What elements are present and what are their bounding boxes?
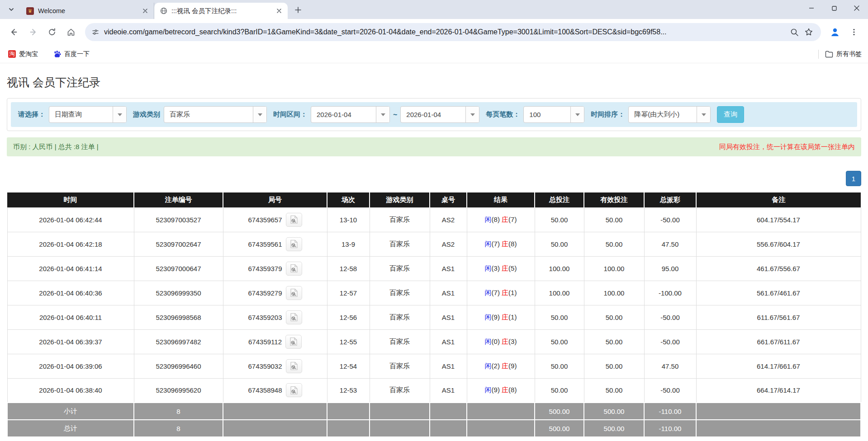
all-bookmarks[interactable]: 所有书签: [818, 50, 862, 59]
result-player-score: (9): [492, 313, 500, 321]
date-end-value: 2026-01-04: [401, 107, 446, 122]
cell-valid-bet: 100.00: [584, 256, 644, 281]
cell-round: 674359032: [223, 354, 327, 378]
result-player-label: 闲: [485, 338, 492, 345]
video-replay-button[interactable]: [286, 262, 302, 276]
film-file-icon: [290, 361, 298, 371]
cell-total-bet[interactable]: 50.00: [535, 305, 584, 329]
header-result: 结果: [467, 192, 535, 207]
date-end-input[interactable]: 2026-01-04: [400, 106, 479, 123]
cell-round: 674358948: [223, 378, 327, 403]
cell-total-bet[interactable]: 100.00: [535, 256, 584, 281]
tab-close-icon[interactable]: [141, 7, 149, 15]
cell-valid-bet: 50.00: [584, 232, 644, 256]
cell-table-no: AS2: [430, 207, 467, 232]
cell-total-bet[interactable]: 50.00: [535, 207, 584, 232]
bookmark-baidu[interactable]: 百度一下: [52, 48, 91, 61]
close-window-button[interactable]: [845, 0, 868, 16]
tab-welcome[interactable]: ♛ Welcome: [21, 3, 154, 19]
casino-favicon-icon: ♛: [26, 7, 34, 15]
sort-value: 降幂(由大到小): [629, 107, 685, 122]
round-number: 674359379: [248, 265, 282, 272]
bookmark-aitaobao[interactable]: 淘 爱淘宝: [6, 48, 40, 61]
chevron-down-icon: [8, 6, 14, 13]
cell-result: 闲(8) 庄(7): [467, 207, 535, 232]
caret-down-icon: [570, 107, 584, 122]
cell-total-bet[interactable]: 50.00: [535, 378, 584, 403]
cell-round: 674359657: [223, 207, 327, 232]
video-replay-button[interactable]: [285, 335, 302, 349]
tab-close-icon[interactable]: [275, 7, 283, 15]
menu-button[interactable]: [845, 23, 863, 41]
result-player-label: 闲: [485, 264, 492, 272]
total-payout: -110.00: [644, 420, 696, 437]
video-replay-button[interactable]: [286, 359, 302, 373]
video-replay-button[interactable]: [286, 383, 302, 397]
total-valid-bet: 500.00: [584, 420, 644, 437]
film-file-icon: [290, 215, 298, 224]
total-total-bet: 500.00: [535, 420, 584, 437]
cell-total-bet[interactable]: 50.00: [535, 329, 584, 354]
baidu-paw-icon: [53, 50, 61, 58]
cell-total-bet[interactable]: 50.00: [535, 354, 584, 378]
cell-remark: 461.67/556.67: [696, 256, 861, 281]
cell-total-bet[interactable]: 100.00: [535, 281, 584, 305]
cell-result: 闲(9) 庄(8): [467, 378, 535, 403]
folder-icon: [825, 51, 833, 58]
cell-total-bet[interactable]: 50.00: [535, 232, 584, 256]
caret-down-icon: [113, 107, 126, 122]
filter-bar: 请选择： 日期查询 游戏类别 百家乐 时间区间： 2026-01-04 ~ 20…: [11, 102, 857, 127]
cell-bet-id: 523096997482: [134, 329, 223, 354]
bookmark-star-button[interactable]: [803, 26, 815, 38]
cell-payout: -50.00: [644, 207, 696, 232]
cell-time: 2026-01-04 06:42:44: [7, 207, 134, 232]
cell-table-no: AS2: [430, 232, 467, 256]
cell-session: 12-57: [327, 281, 370, 305]
result-banker-label: 庄: [502, 362, 508, 370]
page-1-button[interactable]: 1: [846, 171, 861, 186]
site-settings-icon[interactable]: [91, 28, 100, 36]
maximize-button[interactable]: [823, 0, 845, 16]
table-body: 2026-01-04 06:42:44 523097003527 6743596…: [7, 207, 861, 403]
url-text[interactable]: videoie.com/game/betrecord_search/kind3?…: [104, 28, 786, 36]
video-replay-button[interactable]: [286, 310, 302, 324]
tilde-separator: ~: [393, 111, 397, 119]
profile-button[interactable]: [826, 23, 844, 41]
back-button[interactable]: [5, 23, 23, 41]
header-payout: 总派彩: [644, 192, 696, 207]
home-button[interactable]: [62, 23, 80, 41]
select-type-label: 请选择：: [18, 110, 45, 119]
video-replay-button[interactable]: [286, 286, 302, 300]
cell-remark: 661.67/611.67: [696, 329, 861, 354]
header-round: 局号: [223, 192, 327, 207]
url-bar[interactable]: videoie.com/game/betrecord_search/kind3?…: [85, 23, 821, 41]
globe-favicon-icon: [160, 7, 167, 15]
video-replay-button[interactable]: [286, 213, 302, 227]
header-table-no: 桌号: [430, 192, 467, 207]
sort-select[interactable]: 降幂(由大到小): [628, 106, 711, 123]
video-replay-button[interactable]: [286, 237, 302, 251]
zoom-page-button[interactable]: [788, 26, 800, 38]
result-banker-label: 庄: [502, 264, 508, 272]
minimize-button[interactable]: [800, 0, 823, 16]
query-type-select[interactable]: 日期查询: [49, 106, 127, 123]
date-start-input[interactable]: 2026-01-04: [311, 106, 390, 123]
table-row: 2026-01-04 06:41:14 523097000647 6743593…: [7, 256, 861, 281]
query-button[interactable]: 查询: [717, 106, 744, 123]
bookmarks-bar: 淘 爱淘宝 百度一下 所有书签: [0, 45, 868, 63]
forward-button[interactable]: [24, 23, 42, 41]
cell-bet-id: 523096998568: [134, 305, 223, 329]
cell-time: 2026-01-04 06:39:06: [7, 354, 134, 378]
cell-valid-bet: 50.00: [584, 329, 644, 354]
new-tab-button[interactable]: [291, 3, 305, 17]
game-kind-select[interactable]: 百家乐: [164, 106, 267, 123]
reload-button[interactable]: [43, 23, 61, 41]
header-time: 时间: [7, 192, 134, 207]
tab-betrecord[interactable]: :::视讯 会员下注纪录:::: [154, 3, 288, 19]
tab-search-button[interactable]: [4, 2, 19, 17]
per-page-select[interactable]: 100: [523, 106, 584, 123]
cell-result: 闲(7) 庄(1): [467, 281, 535, 305]
reload-icon: [47, 28, 57, 37]
result-banker-label: 庄: [502, 289, 508, 296]
cell-valid-bet: 50.00: [584, 305, 644, 329]
